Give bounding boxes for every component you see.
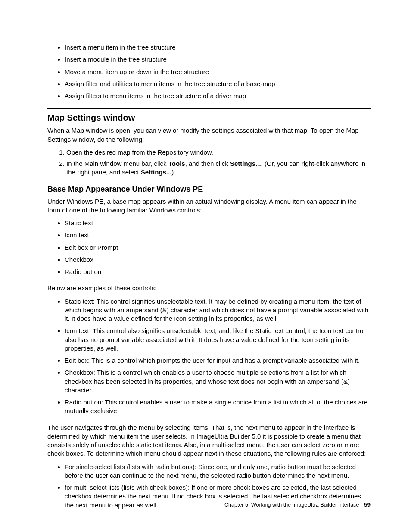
base-map-intro: Under Windows PE, a base map appears wit…	[47, 197, 371, 215]
page-footer: Chapter 5. Working with the ImageUltra B…	[47, 501, 371, 508]
list-item: Static text	[65, 219, 371, 227]
tree-operations-list: Insert a menu item in the tree structure…	[47, 43, 371, 100]
navigation-paragraph: The user navigates through the menu by s…	[47, 423, 371, 458]
step-2-text: , and then click	[185, 160, 230, 167]
base-map-heading: Base Map Appearance Under Windows PE	[47, 185, 371, 194]
list-item: Radio button: This control enables a use…	[65, 398, 371, 416]
list-item: Insert a module in the tree structure	[65, 55, 371, 64]
map-settings-heading: Map Settings window	[47, 113, 371, 123]
map-settings-intro: When a Map window is open, you can view …	[47, 126, 371, 144]
list-item: Static text: This control signifies unse…	[65, 297, 371, 324]
page-number: 59	[364, 501, 371, 508]
list-item: Insert a menu item in the tree structure	[65, 43, 371, 52]
list-item: Icon text: This control also signifies u…	[65, 327, 371, 353]
list-item: Checkbox	[65, 255, 371, 264]
list-item: Assign filters to menu items in the tree…	[65, 92, 371, 100]
list-item: Move a menu item up or down in the tree …	[65, 68, 371, 76]
list-item: Checkbox: This is a control which enable…	[65, 368, 371, 395]
settings-label: Settings...	[230, 160, 261, 167]
step-2: In the Main window menu bar, click Tools…	[66, 159, 371, 177]
list-item: Edit box: This is a control which prompt…	[65, 356, 371, 365]
examples-list: Static text: This control signifies unse…	[47, 297, 371, 416]
examples-intro: Below are examples of these controls:	[47, 284, 371, 292]
list-item: Radio button	[65, 268, 371, 276]
step-2-text: In the Main window menu bar, click	[66, 160, 168, 167]
controls-list: Static text Icon text Edit box or Prompt…	[47, 219, 371, 276]
list-item: For single-select lists (lists with radi…	[65, 463, 371, 480]
step-2-text: ).	[171, 168, 175, 176]
step-1: Open the desired map from the Repository…	[66, 148, 371, 157]
section-divider	[47, 108, 371, 109]
chapter-label: Chapter 5. Working with the ImageUltra B…	[224, 502, 359, 508]
list-item: Edit box or Prompt	[65, 243, 371, 252]
document-page: Insert a menu item in the tree structure…	[0, 0, 411, 532]
list-item: Assign filter and utilities to menu item…	[65, 80, 371, 88]
tools-label: Tools	[168, 160, 185, 167]
map-settings-steps: Open the desired map from the Repository…	[47, 148, 371, 177]
list-item: Icon text	[65, 231, 371, 240]
settings-label: Settings...	[141, 168, 172, 176]
